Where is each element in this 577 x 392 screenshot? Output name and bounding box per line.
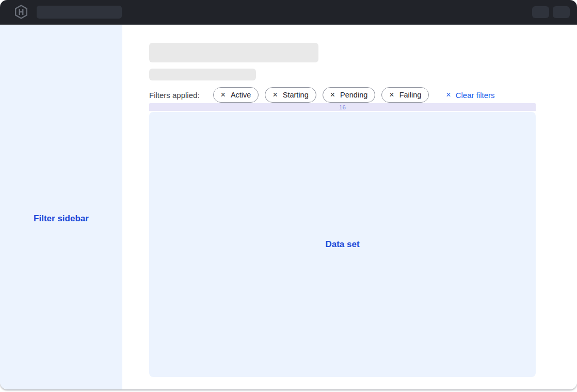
applied-filters-row: Filters applied: × Active × Starting × P…: [149, 87, 536, 103]
data-set-label: Data set: [325, 239, 359, 250]
filter-chip-label: Starting: [283, 91, 309, 99]
filter-chip-pending[interactable]: × Pending: [323, 87, 376, 103]
top-nav-action-button-1[interactable]: [532, 6, 549, 18]
filters-applied-label: Filters applied:: [149, 91, 200, 100]
filter-chip-label: Pending: [340, 91, 367, 99]
top-nav-action-button-2[interactable]: [553, 6, 570, 18]
filter-chip-label: Failing: [399, 91, 422, 99]
body-row: Filter sidebar Filters applied: × Active…: [0, 25, 577, 389]
result-count-bar: 16: [149, 103, 536, 111]
filter-chip-label: Active: [231, 91, 251, 99]
top-nav-bar: [0, 0, 577, 25]
close-icon[interactable]: ×: [273, 91, 277, 99]
close-icon[interactable]: ×: [389, 91, 394, 99]
clear-filters-link[interactable]: × Clear filters: [446, 91, 494, 100]
content-column: Filters applied: × Active × Starting × P…: [149, 43, 536, 377]
data-set-panel: Data set: [149, 112, 536, 377]
hashicorp-logo-icon[interactable]: [14, 5, 28, 19]
title-placeholder: [149, 43, 318, 62]
filter-chip-starting[interactable]: × Starting: [265, 87, 316, 103]
top-nav-actions: [532, 6, 570, 18]
close-icon[interactable]: ×: [330, 91, 335, 99]
close-icon[interactable]: ×: [221, 91, 226, 99]
filter-chip-failing[interactable]: × Failing: [381, 87, 429, 103]
close-icon: ×: [446, 91, 451, 99]
filter-chip-active[interactable]: × Active: [213, 87, 259, 103]
clear-filters-label: Clear filters: [456, 91, 495, 100]
filter-sidebar-label: Filter sidebar: [34, 214, 89, 224]
filter-sidebar: Filter sidebar: [0, 25, 122, 389]
result-count-value: 16: [339, 104, 346, 110]
search-input[interactable]: [37, 6, 122, 19]
app-window: Filter sidebar Filters applied: × Active…: [0, 0, 577, 389]
main-content: Filters applied: × Active × Starting × P…: [122, 25, 577, 389]
subtitle-placeholder: [149, 69, 256, 80]
